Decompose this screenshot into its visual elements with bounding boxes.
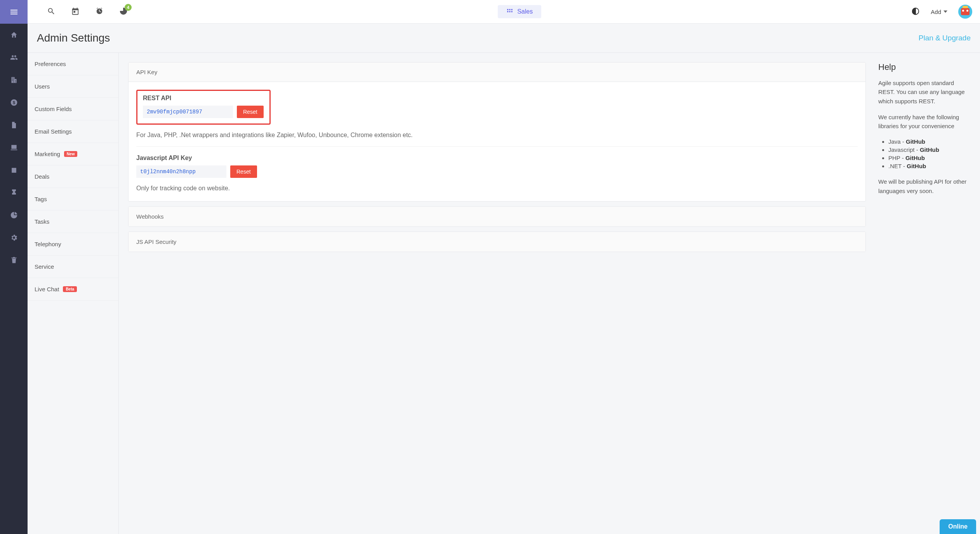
divider — [136, 146, 858, 147]
search-icon[interactable] — [47, 7, 56, 17]
nav-users[interactable]: Users — [28, 75, 118, 98]
nav-preferences[interactable]: Preferences — [28, 53, 118, 75]
chevron-down-icon — [944, 10, 947, 13]
github-link[interactable]: GitHub — [905, 155, 925, 161]
js-api-key-input[interactable] — [136, 165, 226, 178]
help-p3: We will be publishing API for other lang… — [878, 177, 971, 195]
center-content: API Key REST API Reset For Java, PHP, — [119, 53, 875, 534]
api-key-panel: API Key REST API Reset For Java, PHP, — [128, 62, 866, 202]
help-p2: We currently have the following librarie… — [878, 113, 971, 131]
grid-icon — [506, 8, 513, 15]
online-button[interactable]: Online — [940, 519, 976, 534]
webhooks-panel: Webhooks — [128, 206, 866, 227]
nav-telephony[interactable]: Telephony — [28, 233, 118, 256]
display-icon[interactable] — [0, 136, 28, 159]
contacts-icon[interactable] — [0, 46, 28, 69]
js-api-note: Only for tracking code on website. — [136, 185, 858, 192]
alarm-icon[interactable] — [95, 7, 104, 17]
api-key-panel-header[interactable]: API Key — [129, 63, 865, 82]
company-icon[interactable] — [0, 69, 28, 91]
avatar[interactable] — [958, 5, 972, 19]
github-link[interactable]: GitHub — [906, 138, 925, 145]
trash-icon[interactable] — [0, 249, 28, 271]
js-security-panel: JS API Security — [128, 231, 866, 252]
rest-reset-button[interactable]: Reset — [237, 106, 264, 118]
js-api-label: Javascript API Key — [136, 155, 858, 162]
nav-tasks[interactable]: Tasks — [28, 210, 118, 233]
help-libs-list: Java - GitHub Javascript - GitHub PHP - … — [878, 137, 971, 170]
help-title: Help — [878, 62, 971, 72]
list-item: Java - GitHub — [888, 137, 971, 146]
list-item: Javascript - GitHub — [888, 146, 971, 154]
hourglass-icon[interactable] — [0, 181, 28, 204]
page-title: Admin Settings — [37, 32, 110, 44]
rest-api-label: REST API — [143, 95, 264, 102]
webhooks-header[interactable]: Webhooks — [129, 207, 865, 226]
nav-marketing[interactable]: MarketingNew — [28, 143, 118, 165]
pill-beta: Beta — [63, 286, 77, 292]
settings-nav: Preferences Users Custom Fields Email Se… — [28, 53, 119, 534]
plan-upgrade-link[interactable]: Plan & Upgrade — [919, 34, 971, 42]
analytics-icon[interactable]: 4 — [119, 7, 128, 17]
github-link[interactable]: GitHub — [907, 163, 926, 169]
deals-icon[interactable]: $ — [0, 91, 28, 114]
menu-button[interactable] — [0, 0, 28, 24]
home-icon[interactable] — [0, 24, 28, 46]
rest-api-note: For Java, PHP, .Net wrappers and integra… — [136, 132, 858, 139]
rest-api-highlight: REST API Reset — [136, 90, 271, 125]
sales-button[interactable]: Sales — [498, 5, 541, 18]
help-p1: Agile supports open standard REST. You c… — [878, 78, 971, 106]
nav-email-settings[interactable]: Email Settings — [28, 120, 118, 143]
topbar: 4 Sales Add — [28, 0, 980, 24]
documents-icon[interactable] — [0, 114, 28, 136]
nav-deals[interactable]: Deals — [28, 165, 118, 188]
calendar-event-icon[interactable] — [71, 7, 80, 17]
js-reset-button[interactable]: Reset — [230, 165, 257, 178]
nav-service[interactable]: Service — [28, 256, 118, 278]
notification-badge: 4 — [125, 4, 132, 11]
reports-icon[interactable] — [0, 204, 28, 226]
list-item: PHP - GitHub — [888, 154, 971, 162]
calendar-icon[interactable] — [0, 159, 28, 181]
github-link[interactable]: GitHub — [920, 146, 939, 153]
sales-label: Sales — [517, 8, 533, 15]
js-security-header[interactable]: JS API Security — [129, 232, 865, 252]
settings-icon[interactable] — [0, 226, 28, 249]
add-dropdown[interactable]: Add — [931, 9, 947, 15]
pill-new: New — [64, 151, 78, 157]
nav-custom-fields[interactable]: Custom Fields — [28, 98, 118, 120]
list-item: .NET - GitHub — [888, 162, 971, 170]
nav-tags[interactable]: Tags — [28, 188, 118, 210]
page-header: Admin Settings Plan & Upgrade — [28, 24, 980, 53]
left-rail: $ — [0, 0, 28, 534]
content-column: 4 Sales Add Admin — [28, 0, 980, 534]
nav-live-chat[interactable]: Live ChatBeta — [28, 278, 118, 301]
theme-icon[interactable] — [911, 7, 920, 17]
add-label: Add — [931, 9, 941, 15]
help-column: Help Agile supports open standard REST. … — [875, 53, 980, 534]
rest-api-key-input[interactable] — [143, 106, 233, 118]
svg-text:$: $ — [12, 100, 15, 105]
